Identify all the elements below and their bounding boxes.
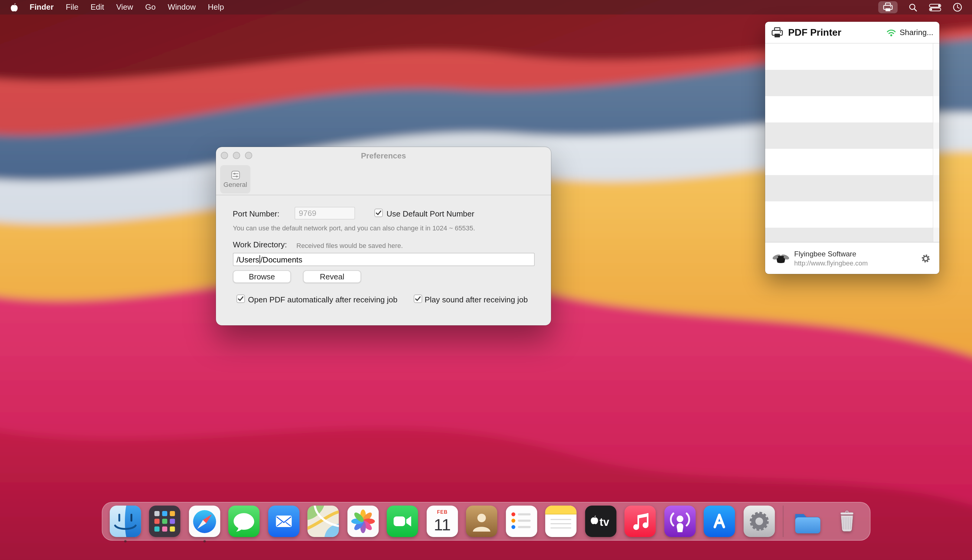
dock-contacts[interactable] xyxy=(466,505,497,537)
dock-finder[interactable] xyxy=(110,505,141,537)
dock-app-store[interactable] xyxy=(704,505,735,537)
text-caret xyxy=(260,255,260,264)
dock: FEB 11 xyxy=(102,502,871,541)
open-pdf-checkbox[interactable] xyxy=(237,295,245,303)
printer-icon xyxy=(771,27,783,38)
use-default-port-label: Use Default Port Number xyxy=(387,209,474,218)
preferences-window: Preferences General Port Number: Use Def… xyxy=(216,147,551,325)
general-tab-label: General xyxy=(223,181,247,188)
flyingbee-logo-icon xyxy=(772,252,789,265)
toolbar-tab-general[interactable]: General xyxy=(220,165,250,193)
menu-item-go[interactable]: Go xyxy=(139,0,162,15)
dock-tv[interactable]: tv xyxy=(585,505,616,537)
dock-calendar[interactable]: FEB 11 xyxy=(427,505,458,537)
port-number-field[interactable] xyxy=(295,207,355,220)
menu-item-finder[interactable]: Finder xyxy=(23,0,60,15)
menu-item-help[interactable]: Help xyxy=(202,0,230,15)
work-directory-help: Received files would be saved here. xyxy=(297,242,403,249)
dock-trash[interactable] xyxy=(831,505,863,537)
pdf-printer-panel: PDF Printer Sharing... Flyingbee So xyxy=(765,22,939,274)
play-sound-checkbox[interactable] xyxy=(414,295,422,303)
sharing-signal-icon xyxy=(886,28,897,37)
menu-bar-status xyxy=(878,1,965,13)
calendar-month: FEB xyxy=(437,510,447,515)
spotlight-search-icon[interactable] xyxy=(905,1,920,13)
apple-menu-icon[interactable] xyxy=(10,2,19,12)
scrollbar-track[interactable] xyxy=(933,43,939,242)
settings-gear-button[interactable] xyxy=(919,252,932,265)
dock-reminders[interactable] xyxy=(506,505,537,537)
general-tab-icon xyxy=(231,170,240,180)
menu-bar-items: FinderFileEditViewGoWindowHelp xyxy=(23,0,230,15)
dock-messages[interactable] xyxy=(228,505,260,537)
menu-item-file[interactable]: File xyxy=(60,0,84,15)
play-sound-label: Play sound after receiving job xyxy=(425,295,528,304)
panel-title: PDF Printer xyxy=(788,27,841,38)
dock-downloads-folder[interactable] xyxy=(792,505,823,537)
toolbar-separator xyxy=(216,195,551,195)
company-info: Flyingbee Software http://www.flyingbee.… xyxy=(794,250,868,267)
company-url: http://www.flyingbee.com xyxy=(794,260,868,267)
dock-maps[interactable] xyxy=(308,505,339,537)
sharing-label: Sharing... xyxy=(900,28,933,37)
port-number-label: Port Number: xyxy=(216,209,279,218)
dock-music[interactable] xyxy=(625,505,656,537)
window-title: Preferences xyxy=(216,151,551,160)
dock-safari[interactable] xyxy=(189,505,220,537)
browse-button[interactable]: Browse xyxy=(233,270,291,283)
dock-photos[interactable] xyxy=(347,505,378,537)
path-before-caret: /Users xyxy=(237,255,259,264)
menu-item-window[interactable]: Window xyxy=(162,0,202,15)
dock-podcasts[interactable] xyxy=(664,505,695,537)
use-default-port-checkbox[interactable] xyxy=(374,208,383,217)
menu-item-edit[interactable]: Edit xyxy=(84,0,110,15)
company-name: Flyingbee Software xyxy=(794,250,868,258)
job-list xyxy=(765,43,939,243)
dock-launchpad[interactable] xyxy=(149,505,180,537)
clock-icon[interactable] xyxy=(950,1,965,13)
work-directory-input[interactable]: /Users /Documents xyxy=(233,253,535,266)
dock-facetime[interactable] xyxy=(387,505,418,537)
menu-item-view[interactable]: View xyxy=(110,0,139,15)
dock-system-preferences[interactable] xyxy=(744,505,775,537)
menu-bar: FinderFileEditViewGoWindowHelp xyxy=(0,0,972,15)
dock-notes[interactable] xyxy=(545,505,577,537)
pdf-printer-menu-icon[interactable] xyxy=(878,1,898,13)
sharing-status[interactable]: Sharing... xyxy=(886,28,933,37)
dock-separator xyxy=(783,505,784,537)
panel-footer: Flyingbee Software http://www.flyingbee.… xyxy=(765,243,939,274)
dock-mail[interactable] xyxy=(268,505,299,537)
calendar-day: 11 xyxy=(433,515,450,534)
path-after-caret: /Documents xyxy=(260,255,302,264)
reveal-button[interactable]: Reveal xyxy=(303,270,361,283)
control-center-icon[interactable] xyxy=(928,1,942,13)
tv-logo-text: tv xyxy=(599,516,609,528)
open-pdf-label: Open PDF automatically after receiving j… xyxy=(248,295,397,304)
pdf-printer-panel-header: PDF Printer Sharing... xyxy=(765,22,939,43)
desktop: FinderFileEditViewGoWindowHelp xyxy=(0,0,972,560)
port-help-text: You can use the default network port, an… xyxy=(233,224,475,232)
work-directory-label: Work Directory: xyxy=(233,240,287,249)
